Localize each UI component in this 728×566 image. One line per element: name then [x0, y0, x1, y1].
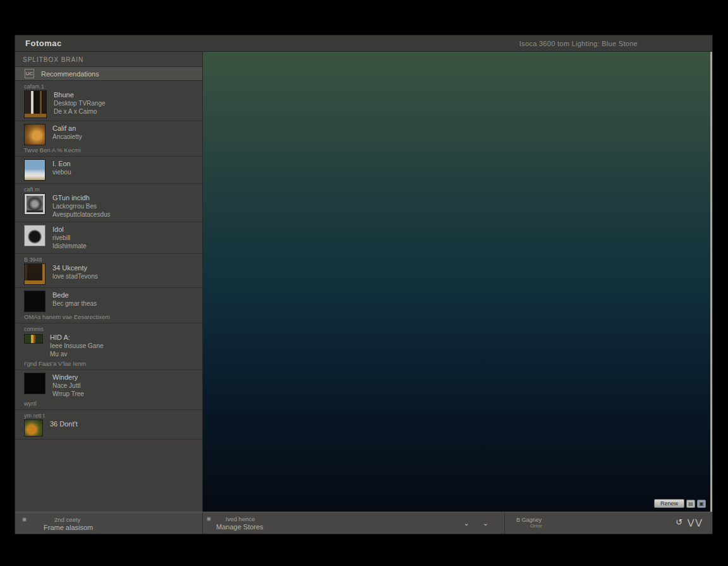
uc-badge-icon: UC [25, 69, 34, 78]
sidebar: SPLITBOX BRAIN UC Recommendations cafam.… [15, 52, 203, 512]
photo-caption-below: Twve Ben A % Kecmi [24, 147, 197, 154]
title-bar: Fotomac Isoca 3600 tom Lighting: Blue St… [15, 35, 712, 52]
status-right-line2: Orror [530, 523, 542, 529]
photo-subtitle: De x A x Caimo [54, 108, 106, 115]
sidebar-photo-item[interactable]: I. Eon viebou [15, 157, 202, 184]
sidebar-photo-item[interactable]: Calif an Ancaoietty Twve Ben A % Kecmi [15, 121, 202, 157]
sidebar-photo-item[interactable]: Windery Nace JuttlWrrup Tree wyrtl [15, 370, 202, 410]
status-right-line1: B Gagney [516, 517, 542, 523]
photo-subtitle: Mu av [50, 351, 104, 358]
photo-thumbnail [24, 263, 46, 285]
photo-subtitle: Desktop TVRange [54, 100, 106, 107]
photo-caption-top: B 3948 [24, 256, 197, 263]
photo-title: Bede [52, 291, 97, 299]
sidebar-selected-label: Recommendations [41, 70, 99, 78]
photo-caption-below: I'gnd Faas'a V'lae Ienm [24, 360, 197, 367]
status-middle-line2: Manage Stores [216, 523, 264, 531]
status-left-section: 2nd ceety Frame alasisom [15, 512, 203, 534]
titlebar-info-text: Isoca 3600 tom Lighting: Blue Stone [519, 40, 638, 47]
app-window: Fotomac Isoca 3600 tom Lighting: Blue St… [15, 35, 713, 534]
fit-button[interactable]: Renew [654, 499, 684, 508]
sidebar-photo-item[interactable]: cafam.1 Bhune Desktop TVRangeDe x A x Ca… [15, 81, 202, 121]
photo-caption-top: cafam.1 [24, 83, 197, 90]
content-area: SPLITBOX BRAIN UC Recommendations cafam.… [15, 52, 712, 512]
photo-subtitle: viebou [52, 169, 71, 176]
sidebar-photo-item[interactable]: ym rett t 36 Dont't [15, 410, 202, 440]
sidebar-photo-item[interactable]: commis HID A: Ieee Insuuse GaneMu av I'g… [15, 323, 202, 370]
photo-caption-top: commis [24, 326, 197, 332]
photo-title: 36 Dont't [50, 420, 78, 428]
status-led-icon [207, 517, 211, 521]
photo-thumbnail [24, 159, 46, 181]
photo-thumbnail [24, 373, 46, 394]
sidebar-photo-item[interactable]: caft m GTun incidh Lackogrrou BesAvesput… [15, 184, 202, 222]
photo-subtitle: Wrrup Tree [52, 390, 84, 397]
photo-thumbnail [24, 90, 47, 118]
sidebar-photo-item[interactable]: Bede Bec gmar theas OMAs hanem vae Eesar… [15, 288, 202, 323]
photo-list: cafam.1 Bhune Desktop TVRangeDe x A x Ca… [15, 81, 202, 440]
zoom-in-button[interactable]: ▣ [697, 500, 706, 508]
photo-subtitle: Nace Juttl [52, 382, 84, 389]
photo-title: HID A: [50, 334, 104, 341]
status-middle-section: Ived hence Manage Stores ⌄ ⌄ [203, 512, 505, 534]
photo-title: I. Eon [52, 160, 71, 167]
photo-subtitle: Ancaoietty [52, 133, 82, 140]
sidebar-photo-item[interactable]: Idol rivebillIdishimmate [15, 222, 202, 254]
zoom-out-button[interactable]: ▤ [686, 500, 695, 508]
photo-subtitle: love stadTevons [52, 273, 98, 280]
photo-title: GTun incidh [52, 194, 111, 202]
photo-subtitle: Bec gmar theas [52, 300, 97, 307]
photo-subtitle: Avesputtclatacesdus [52, 211, 111, 218]
status-left-line2: Frame alasisom [44, 524, 93, 531]
photo-title: Bhune [54, 91, 106, 99]
photo-title: 34 Ukcenty [52, 264, 98, 272]
rotate-icon[interactable]: ↺ ⋁⋁ [676, 517, 703, 527]
photo-thumbnail [24, 291, 46, 312]
sidebar-item-recommendations[interactable]: UC Recommendations [15, 66, 202, 81]
photo-title: Calif an [52, 124, 82, 132]
photo-caption-top: ym rett t [24, 412, 197, 419]
photo-subtitle: Lackogrrou Bes [52, 203, 111, 210]
preview-pane: Renew ▤ ▣ [203, 52, 712, 512]
photo-thumbnail [24, 225, 46, 246]
status-middle-line1: Ived hence [226, 515, 255, 522]
sidebar-photo-item[interactable]: B 3948 34 Ukcenty love stadTevons [15, 254, 202, 288]
vertical-scrollbar[interactable] [710, 52, 712, 512]
photo-thumbnail [24, 193, 46, 215]
status-led-icon [22, 517, 27, 522]
photo-title: Windery [52, 373, 84, 381]
photo-title: Idol [52, 226, 87, 233]
status-right-section: B Gagney Orror ↺ ⋁⋁ [505, 512, 712, 534]
preview-zoom-controls: Renew ▤ ▣ [654, 499, 706, 508]
photo-subtitle: rivebill [52, 234, 87, 241]
photo-caption-below: OMAs hanem vae Eesarectixem [24, 313, 197, 320]
sidebar-header: SPLITBOX BRAIN [15, 52, 202, 66]
app-title: Fotomac [25, 39, 62, 48]
photo-subtitle: Ieee Insuuse Gane [50, 342, 104, 349]
photo-thumbnail [24, 124, 46, 145]
photo-thumbnail [24, 334, 43, 344]
photo-thumbnail [24, 419, 43, 437]
photo-subtitle: Idishimmate [52, 243, 87, 250]
chevron-down-icons[interactable]: ⌄ ⌄ [464, 519, 495, 527]
photo-caption-below: wyrtl [24, 400, 197, 407]
status-bar: 2nd ceety Frame alasisom Ived hence Mana… [15, 512, 712, 534]
status-left-line1: 2nd ceety [54, 516, 80, 523]
photo-caption-top: caft m [24, 186, 197, 193]
